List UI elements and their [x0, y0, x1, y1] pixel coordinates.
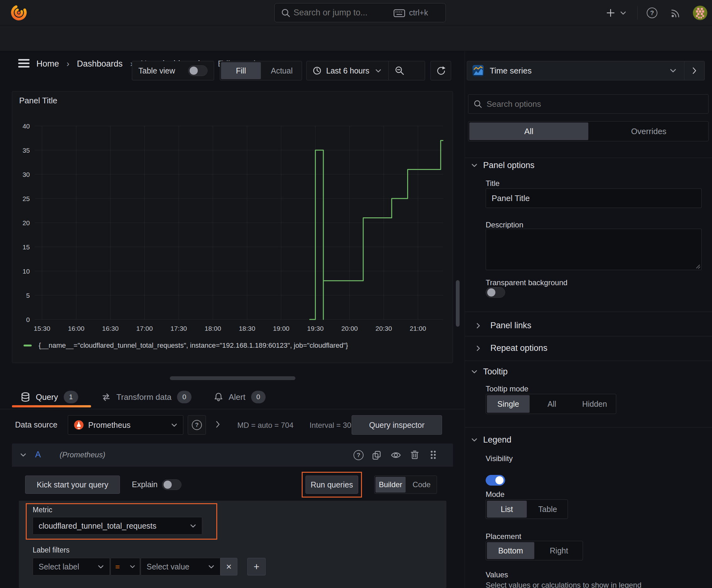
svg-text:35: 35 — [23, 147, 30, 154]
visualization-picker[interactable]: Time series — [467, 61, 705, 80]
select-value-dropdown[interactable]: Select value — [141, 558, 220, 575]
datasource-select[interactable]: Prometheus — [68, 415, 184, 435]
tab-transform-label: Transform data — [116, 392, 171, 402]
left-scrollbar-thumb[interactable] — [456, 280, 459, 327]
drag-grip-icon[interactable] — [429, 450, 437, 460]
timeseries-chart[interactable]: 051015202530354015:3016:0016:3017:0017:3… — [12, 107, 453, 339]
breadcrumb-home[interactable]: Home — [37, 59, 59, 69]
help-circle-icon: ? — [192, 420, 202, 430]
tab-alert-count: 0 — [251, 391, 265, 403]
legend-series-swatch — [24, 344, 32, 346]
transparent-background-toggle[interactable] — [486, 287, 505, 298]
tooltip-mode-all[interactable]: All — [531, 394, 573, 414]
query-options-chevron-right-icon[interactable] — [215, 420, 220, 428]
zoom-out-icon[interactable] — [394, 65, 405, 76]
tab-transform[interactable]: Transform data 0 — [102, 391, 192, 403]
panel-links-section[interactable]: Panel links — [476, 321, 532, 331]
select-value-chevron-down-icon — [208, 565, 214, 569]
query-inspector-button[interactable]: Query inspector — [352, 415, 442, 435]
database-icon — [21, 392, 30, 402]
remove-filter-button[interactable]: × — [220, 558, 237, 575]
legend-mode-list[interactable]: List — [487, 501, 527, 518]
toggle-visibility-eye-icon[interactable] — [390, 450, 401, 460]
chart-panel: Panel Title 051015202530354015:3016:0016… — [12, 91, 453, 363]
tooltip-mode-segment: Single All Hidden — [486, 394, 616, 414]
delete-query-trash-icon[interactable] — [410, 450, 419, 460]
breadcrumb-separator: › — [67, 59, 69, 69]
description-textarea[interactable] — [486, 229, 702, 270]
legend-mode-label: Mode — [486, 490, 504, 499]
operator-value: = — [115, 562, 120, 571]
panel-title-input[interactable] — [486, 188, 702, 208]
menu-hamburger-icon[interactable] — [18, 59, 29, 67]
legend-placement-bottom[interactable]: Bottom — [487, 542, 534, 559]
chart-legend[interactable]: {__name__="cloudflared_tunnel_total_requ… — [24, 341, 348, 350]
query-ref-id[interactable]: A — [35, 450, 41, 460]
grafana-logo-icon[interactable] — [11, 4, 27, 21]
run-queries-button[interactable]: Run queries — [305, 476, 358, 494]
panel-options-header[interactable]: Panel options — [471, 161, 535, 170]
global-search-box[interactable]: ctrl+k — [274, 3, 446, 22]
table-view-toggle[interactable] — [188, 65, 208, 76]
textarea-resize-handle[interactable] — [695, 264, 700, 269]
query-row-header[interactable]: A (Prometheus) ? — [12, 443, 453, 467]
global-search-input[interactable] — [294, 4, 388, 21]
panel-links-label: Panel links — [490, 321, 532, 331]
prometheus-icon — [74, 420, 84, 430]
repeat-options-chevron-right-icon — [476, 345, 480, 352]
breadcrumb-dashboards[interactable]: Dashboards — [77, 59, 123, 69]
fill-option[interactable]: Fill — [221, 62, 261, 79]
tab-query-count: 1 — [64, 391, 78, 403]
operator-dropdown[interactable]: = — [110, 558, 140, 575]
legend-series-label[interactable]: {__name__="cloudflared_tunnel_total_requ… — [39, 341, 348, 350]
legend-chevron-down-icon — [471, 438, 477, 442]
tooltip-header-label: Tooltip — [483, 367, 508, 377]
refresh-button[interactable] — [430, 61, 451, 80]
tab-query[interactable]: Query 1 — [21, 391, 78, 403]
duplicate-query-icon[interactable] — [372, 450, 382, 460]
resize-drag-handle[interactable] — [170, 376, 296, 380]
user-avatar[interactable] — [693, 5, 708, 20]
news-rss-icon[interactable] — [671, 7, 681, 18]
panel-options-chevron-down-icon — [471, 163, 477, 167]
options-search-box[interactable] — [468, 94, 709, 114]
svg-text:16:30: 16:30 — [102, 325, 118, 332]
repeat-options-section[interactable]: Repeat options — [476, 343, 547, 353]
options-search-input[interactable] — [487, 95, 694, 113]
legend-mode-table[interactable]: Table — [528, 500, 567, 519]
tooltip-mode-single[interactable]: Single — [487, 395, 530, 413]
builder-option[interactable]: Builder — [375, 477, 406, 492]
help-icon[interactable]: ? — [647, 7, 657, 18]
tab-alert[interactable]: Alert 0 — [214, 391, 265, 403]
query-collapse-chevron-down-icon[interactable] — [20, 453, 26, 457]
svg-text:16:00: 16:00 — [68, 325, 84, 332]
add-new-chevron-down-icon[interactable] — [620, 11, 626, 15]
legend-placement-right[interactable]: Right — [535, 541, 583, 560]
options-tab-overrides[interactable]: Overrides — [589, 122, 708, 141]
panel-title[interactable]: Panel Title — [19, 96, 57, 106]
time-range-picker[interactable]: Last 6 hours — [306, 61, 425, 80]
code-option[interactable]: Code — [407, 476, 437, 493]
tooltip-header[interactable]: Tooltip — [471, 367, 508, 377]
viz-pane-expand-chevron-right-icon[interactable] — [684, 67, 705, 75]
svg-text:10: 10 — [23, 268, 30, 275]
svg-text:5: 5 — [26, 292, 30, 299]
actual-option[interactable]: Actual — [262, 61, 302, 80]
tooltip-mode-label: Tooltip mode — [486, 384, 528, 393]
datasource-help-button[interactable]: ? — [188, 415, 206, 435]
kick-start-query-button[interactable]: Kick start your query — [25, 476, 120, 494]
panel-links-chevron-right-icon — [476, 322, 480, 329]
options-tab-all[interactable]: All — [469, 123, 588, 140]
add-filter-button[interactable]: + — [247, 558, 265, 575]
add-new-button[interactable] — [606, 8, 615, 18]
tooltip-mode-hidden[interactable]: Hidden — [573, 394, 616, 414]
legend-header[interactable]: Legend — [471, 435, 511, 445]
metric-value: cloudflared_tunnel_total_requests — [39, 521, 156, 530]
select-label-dropdown[interactable]: Select label — [33, 558, 110, 575]
fill-actual-segment: Fill Actual — [220, 61, 302, 80]
metric-select[interactable]: cloudflared_tunnel_total_requests — [33, 517, 202, 534]
query-help-icon[interactable]: ? — [353, 450, 364, 460]
svg-text:15: 15 — [23, 244, 30, 251]
legend-visibility-toggle[interactable] — [486, 475, 505, 486]
explain-toggle[interactable] — [162, 479, 181, 490]
